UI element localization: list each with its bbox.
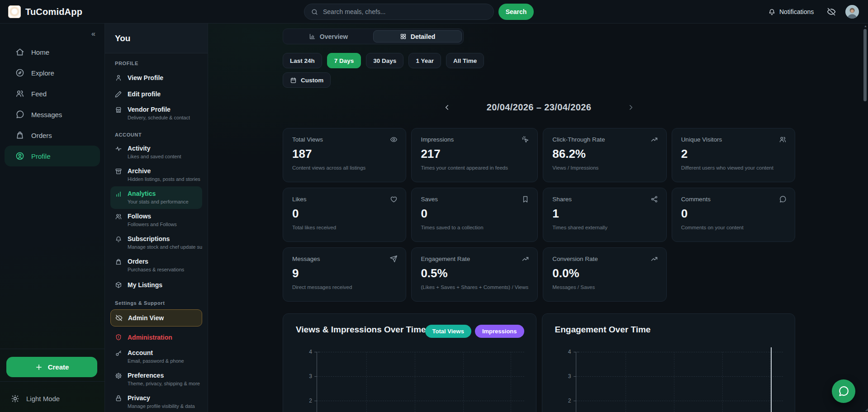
scroll-up-arrow[interactable]: ▲ (864, 24, 867, 28)
panel-item-title: Admin View (128, 314, 164, 322)
home-icon (15, 47, 24, 57)
tab-detailed[interactable]: Detailed (373, 30, 462, 43)
avatar[interactable] (845, 5, 859, 19)
stat-description: Views / Impressions (552, 165, 657, 170)
collapse-sidebar-icon[interactable]: « (91, 30, 95, 38)
stat-description: Total likes received (292, 225, 397, 230)
scroll-corner-arrow: ◢ (865, 407, 868, 412)
panel-item-title: View Profile (128, 74, 163, 81)
users-icon (15, 89, 24, 98)
range-button-label: 1 Year (416, 57, 434, 64)
tab-overview[interactable]: Overview (285, 30, 372, 43)
panel-item-archive[interactable]: ArchiveHidden listings, posts and storie… (110, 164, 202, 186)
sidebar-divider-2 (0, 381, 104, 382)
sidebar-item-home[interactable]: Home (5, 42, 100, 62)
eye-off-icon[interactable] (827, 7, 836, 16)
stat-description: Times saved to a collection (421, 225, 528, 230)
range-button-all-time[interactable]: All Time (446, 53, 484, 68)
stat-description: Direct messages received (292, 284, 397, 290)
sidebar-item-feed[interactable]: Feed (5, 83, 100, 104)
key-icon (115, 350, 122, 357)
theme-toggle-label: Light Mode (26, 395, 60, 403)
notifications-label: Notifications (779, 8, 814, 15)
eye-icon (390, 136, 398, 143)
panel-item-preferences[interactable]: PreferencesTheme, privacy, shipping & mo… (110, 368, 202, 391)
sidebar-item-profile[interactable]: Profile (5, 146, 100, 166)
panel-item-title: Administration (128, 334, 172, 341)
panel-item-account[interactable]: AccountEmail, password & phone (110, 346, 202, 368)
stat-card-saves: Saves0Times saved to a collection (411, 188, 538, 242)
page-scrollbar[interactable]: ▲ ◢ (863, 24, 868, 412)
stat-label: Unique Visitors (681, 136, 786, 143)
panel-item-title: Orders (128, 258, 148, 265)
panel-item-subtitle: Manage stock and chef update su (128, 244, 202, 250)
theme-toggle[interactable]: Light Mode (11, 391, 60, 406)
primary-sidebar: « HomeExploreFeedMessagesOrdersProfile C… (0, 24, 105, 412)
notifications-button[interactable]: Notifications (768, 0, 814, 24)
chevron-right-icon (627, 104, 635, 111)
y-axis-tick: 3 (286, 373, 312, 379)
range-button-30-days[interactable]: 30 Days (366, 53, 403, 68)
panel-item-administration[interactable]: Administration (110, 329, 202, 346)
range-button-7-days[interactable]: 7 Days (327, 53, 361, 68)
view-tabs: OverviewDetailed (283, 28, 464, 44)
sidebar-divider (0, 349, 104, 349)
layout-grid-icon (400, 33, 407, 40)
stat-card-messages: Messages9Direct messages received (283, 247, 406, 302)
global-search[interactable] (304, 4, 494, 20)
panel-item-activity[interactable]: ActivityLikes and saved content (110, 141, 202, 164)
activity-icon (115, 145, 122, 152)
bar-chart-frame-icon (309, 33, 316, 40)
tab-label: Overview (320, 33, 348, 40)
panel-item-subscriptions[interactable]: SubscriptionsManage stock and chef updat… (110, 232, 202, 254)
sidebar-item-explore[interactable]: Explore (5, 62, 100, 83)
section-label-settings-support: Settings & Support (115, 300, 198, 306)
sun-icon (11, 394, 19, 403)
trending-up-icon (650, 136, 658, 143)
stat-value: 1 (552, 207, 657, 221)
panel-item-orders[interactable]: OrdersPurchases & reservations (110, 254, 202, 277)
panel-item-follows[interactable]: FollowsFollowers and Follows (110, 209, 202, 232)
panel-item-title: Edit profile (128, 90, 161, 98)
charts-row: Views & Impressions Over TimeTotal Views… (283, 313, 795, 412)
sidebar-item-orders[interactable]: Orders (5, 125, 100, 146)
prev-period-button[interactable] (441, 100, 454, 114)
create-button[interactable]: Create (6, 357, 97, 377)
legend-chip-impressions[interactable]: Impressions (475, 325, 524, 338)
section-label-profile: PROFILE (115, 61, 198, 66)
panel-item-admin-view[interactable]: Admin View (110, 309, 202, 327)
panel-item-edit-profile[interactable]: Edit profile (110, 86, 202, 102)
legend-chip-total-views[interactable]: Total Views (425, 325, 471, 338)
panel-title: You (115, 33, 130, 43)
eye-off-icon (115, 314, 123, 322)
stat-label: Engagement Rate (421, 256, 528, 262)
chat-fab[interactable] (832, 379, 855, 403)
stat-description: Comments on your content (681, 225, 786, 230)
profile-panel: You PROFILEView ProfileEdit profileVendo… (105, 24, 208, 412)
bookmark-icon (522, 195, 529, 203)
chevron-left-icon (443, 104, 451, 111)
share-icon (650, 195, 658, 203)
y-axis-tick: 4 (545, 349, 571, 355)
panel-item-subtitle: Delivery, schedule & contact (128, 115, 190, 120)
range-button-last-24h[interactable]: Last 24h (283, 53, 322, 68)
y-axis-tick: 2 (545, 398, 571, 404)
calendar-icon (290, 77, 297, 84)
stat-value: 9 (292, 266, 397, 280)
gear-icon (115, 372, 122, 379)
range-button-1-year[interactable]: 1 Year (408, 53, 441, 68)
scrollbar-thumb[interactable] (863, 29, 867, 101)
stat-label: Messages (292, 256, 397, 262)
next-period-button[interactable] (624, 100, 637, 114)
panel-item-view-profile[interactable]: View Profile (110, 70, 202, 86)
panel-item-privacy[interactable]: PrivacyManage profile visibility & data (110, 391, 202, 412)
search-button[interactable]: Search (498, 4, 534, 20)
search-input[interactable] (323, 8, 487, 15)
custom-range-button[interactable]: Custom (283, 72, 331, 88)
panel-item-vendor-profile[interactable]: Vendor ProfileDelivery, schedule & conta… (110, 102, 202, 125)
panel-item-subtitle: Email, password & phone (128, 358, 184, 364)
panel-item-analytics[interactable]: AnalyticsYour stats and performance (110, 186, 202, 209)
sidebar-item-messages[interactable]: Messages (5, 104, 100, 125)
panel-item-subtitle: Followers and Follows (128, 222, 177, 227)
panel-item-my-listings[interactable]: My Listings (110, 277, 202, 293)
